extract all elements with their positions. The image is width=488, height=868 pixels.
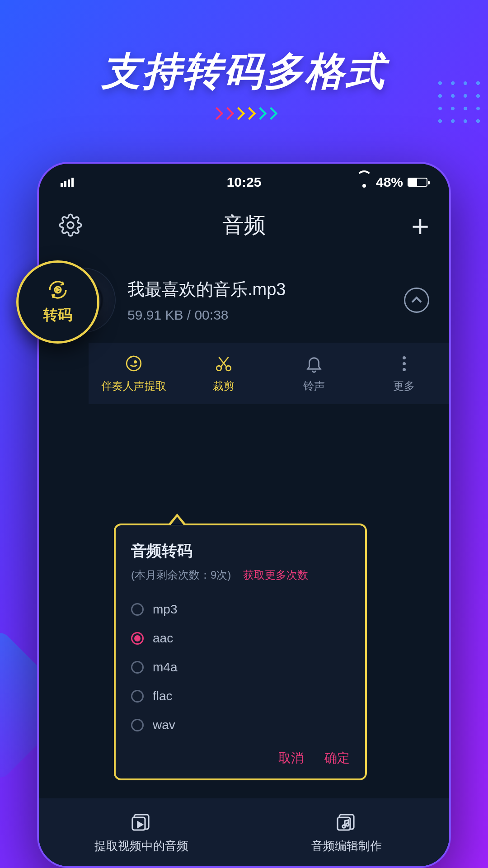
tab-label: 提取视频中的音频: [94, 838, 188, 854]
option-m4a[interactable]: m4a: [131, 653, 350, 682]
radio-icon: [131, 661, 144, 674]
tab-extract-from-video[interactable]: 提取视频中的音频: [39, 798, 244, 866]
transcode-highlight-badge[interactable]: 转码: [16, 260, 99, 344]
option-wav[interactable]: wav: [131, 711, 350, 740]
battery-percent: 48%: [376, 175, 403, 190]
file-size-duration: 59.91 KB / 00:38: [127, 307, 391, 323]
collapse-button[interactable]: [404, 288, 429, 313]
svg-point-0: [67, 222, 74, 228]
tool-crop[interactable]: 裁剪: [179, 354, 269, 393]
option-label: flac: [153, 689, 173, 703]
tool-label: 伴奏人声提取: [101, 379, 166, 393]
settings-icon[interactable]: [59, 213, 82, 237]
option-flac[interactable]: flac: [131, 682, 350, 711]
app-navbar: 音频 ＋: [39, 195, 449, 255]
tool-vocal-extract[interactable]: 伴奏人声提取: [89, 354, 179, 393]
chevron-up-icon: [412, 297, 422, 307]
bottom-tab-bar: 提取视频中的音频 音频编辑制作: [39, 798, 449, 866]
add-button[interactable]: ＋: [406, 213, 429, 237]
transcode-popup: 音频转码 (本月剩余次数：9次) 获取更多次数 mp3 aac m4a flac…: [114, 524, 367, 780]
radio-icon: [131, 719, 144, 731]
cancel-button[interactable]: 取消: [278, 750, 304, 767]
hero-title: 支持转码多格式: [0, 45, 488, 98]
vocal-extract-icon: [124, 354, 143, 373]
option-mp3[interactable]: mp3: [131, 595, 350, 624]
confirm-button[interactable]: 确定: [324, 750, 350, 767]
popup-subtitle: (本月剩余次数：9次) 获取更多次数: [131, 568, 350, 582]
tool-label: 更多: [393, 379, 415, 393]
wifi-icon: [357, 177, 371, 188]
radio-icon: [131, 690, 144, 703]
more-vertical-icon: [403, 354, 406, 373]
audio-meta: 我最喜欢的音乐.mp3 59.91 KB / 00:38: [127, 278, 391, 323]
audio-file-row[interactable]: 我最喜欢的音乐.mp3 59.91 KB / 00:38: [39, 255, 449, 343]
svg-point-1: [127, 356, 141, 371]
action-toolbar: 伴奏人声提取 裁剪 铃声 更多: [89, 343, 449, 404]
option-label: wav: [153, 718, 175, 732]
svg-point-4: [226, 366, 231, 371]
radio-icon: [131, 603, 144, 616]
option-label: aac: [153, 631, 173, 646]
remaining-count: (本月剩余次数：9次): [131, 569, 231, 581]
badge-label: 转码: [43, 305, 72, 325]
transcode-icon: [47, 279, 69, 301]
format-options: mp3 aac m4a flac wav: [131, 595, 350, 740]
popup-title: 音频转码: [131, 541, 350, 561]
battery-icon: [408, 178, 427, 187]
hero-chevrons: [0, 109, 488, 120]
get-more-link[interactable]: 获取更多次数: [243, 569, 308, 581]
radio-icon: [131, 632, 144, 645]
tool-label: 铃声: [303, 379, 325, 393]
tab-audio-editor[interactable]: 音频编辑制作: [244, 798, 449, 866]
tool-ringtone[interactable]: 铃声: [269, 354, 359, 393]
cellular-signal-icon: [61, 178, 74, 187]
option-label: mp3: [153, 602, 177, 617]
tool-label: 裁剪: [213, 379, 235, 393]
status-bar: 10:25 48%: [39, 164, 449, 195]
option-aac[interactable]: aac: [131, 624, 350, 653]
tab-label: 音频编辑制作: [311, 838, 382, 854]
svg-point-2: [134, 361, 136, 363]
scissors-icon: [214, 354, 233, 373]
file-name: 我最喜欢的音乐.mp3: [127, 278, 391, 301]
video-extract-icon: [131, 811, 152, 833]
phone-frame: 10:25 48% 音频 ＋ 我最喜欢的音乐.mp3 59.91 KB / 00…: [37, 162, 451, 868]
option-label: m4a: [153, 660, 177, 675]
svg-point-3: [217, 366, 222, 371]
page-title: 音频: [222, 211, 266, 240]
bg-decor-dots: [434, 77, 488, 131]
popup-arrow: [168, 514, 186, 524]
status-time: 10:25: [227, 175, 262, 190]
bell-icon: [305, 354, 324, 373]
audio-edit-icon: [336, 811, 357, 833]
tool-more[interactable]: 更多: [359, 354, 450, 393]
